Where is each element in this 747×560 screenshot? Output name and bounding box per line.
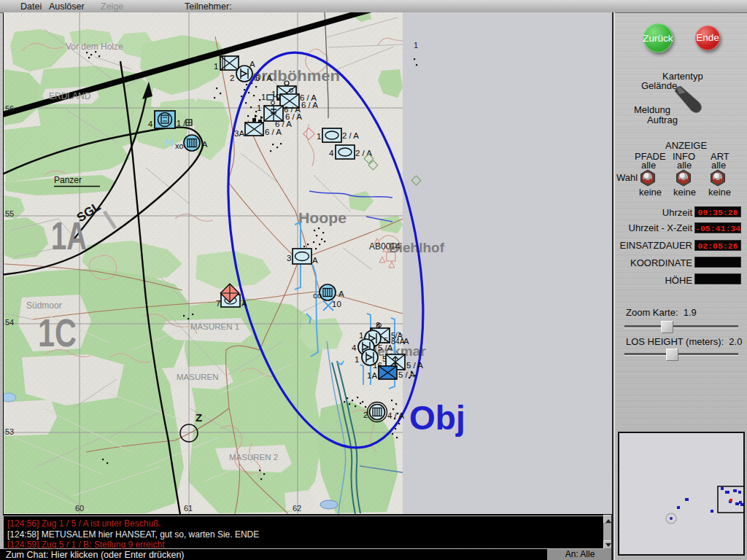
svg-text:MASUREN 2: MASUREN 2: [229, 453, 278, 462]
svg-text:A: A: [202, 140, 208, 149]
svg-text:62: 62: [293, 504, 301, 513]
svg-text:MASUREN: MASUREN: [177, 373, 219, 381]
svg-text:4: 4: [148, 120, 152, 128]
svg-text:1: 1: [355, 355, 359, 364]
svg-text:10: 10: [332, 300, 341, 308]
svg-text:Obj: Obj: [409, 399, 465, 437]
svg-text:61: 61: [184, 504, 193, 513]
svg-text:1: 1: [261, 93, 266, 101]
svg-text:1C: 1C: [38, 311, 77, 354]
svg-text:2: 2: [230, 74, 234, 82]
svg-text:56: 56: [5, 104, 14, 113]
svg-text:co: co: [313, 291, 322, 300]
svg-text:60: 60: [75, 504, 84, 513]
svg-text:Hoope: Hoope: [298, 209, 347, 226]
svg-text:Südmoor: Südmoor: [26, 300, 62, 311]
svg-text:A: A: [312, 256, 318, 265]
svg-text:1A: 1A: [367, 371, 377, 380]
svg-text:6 / A: 6 / A: [255, 74, 272, 82]
svg-text:2 / A: 2 / A: [342, 131, 359, 140]
svg-text:2 / A: 2 / A: [355, 149, 372, 158]
svg-text:A: A: [249, 60, 255, 69]
svg-text:1: 1: [414, 41, 418, 50]
svg-text:Z: Z: [196, 411, 202, 424]
svg-text:ERDLAND: ERDLAND: [49, 91, 91, 101]
svg-text:MASUREN 1: MASUREN 1: [190, 322, 239, 331]
svg-text:5/A: 5/A: [391, 331, 403, 340]
svg-text:8: 8: [376, 321, 380, 330]
svg-text:3A: 3A: [234, 129, 244, 138]
svg-text:1: 1: [317, 132, 321, 141]
svg-text:A: A: [338, 289, 344, 298]
svg-text:6 / A: 6 / A: [265, 128, 282, 136]
svg-text:4: 4: [329, 149, 334, 158]
svg-text:2: 2: [363, 411, 368, 419]
svg-text:53: 53: [5, 427, 14, 436]
svg-text:xo: xo: [175, 141, 184, 150]
svg-text:A: A: [241, 299, 247, 308]
svg-text:A: A: [403, 337, 409, 346]
svg-text:6 / A: 6 / A: [301, 101, 318, 109]
svg-text:1 /: 1 /: [177, 119, 186, 128]
svg-text:1: 1: [359, 331, 363, 340]
svg-text:5 / A: 5 / A: [398, 370, 415, 379]
svg-text:7: 7: [216, 299, 220, 308]
svg-text:1: 1: [214, 62, 218, 71]
svg-text:4 / A: 4 / A: [387, 411, 404, 420]
svg-text:3: 3: [287, 254, 291, 262]
svg-text:54: 54: [5, 318, 14, 327]
svg-text:AB0014: AB0014: [369, 241, 400, 252]
svg-text:4: 4: [352, 343, 357, 352]
svg-text:Panzer: Panzer: [54, 175, 82, 185]
svg-text:Vor dem Holze: Vor dem Holze: [66, 42, 123, 52]
svg-text:1: 1: [257, 104, 261, 112]
svg-text:55: 55: [5, 209, 14, 218]
svg-text:5 / A: 5 / A: [406, 361, 423, 370]
